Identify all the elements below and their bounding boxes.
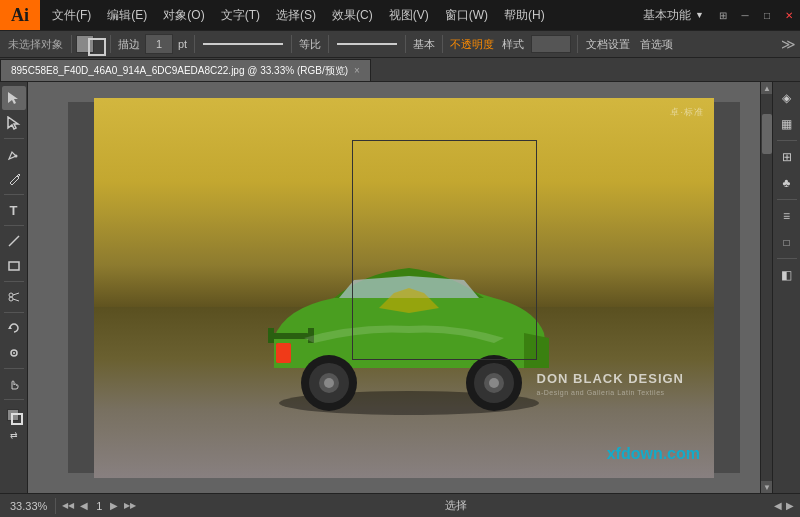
status-bar: 33.33% ◀◀ ◀ 1 ▶ ▶▶ 选择 ◀ ▶ xyxy=(0,493,800,517)
transform-icon[interactable]: ⊞ xyxy=(775,145,799,169)
toolbar-sep-1 xyxy=(71,35,72,53)
toolbar-options-icon[interactable]: ≫ xyxy=(781,36,796,52)
pathfinder-icon[interactable]: ♣ xyxy=(775,171,799,195)
nav-first-btn[interactable]: ◀◀ xyxy=(60,501,76,510)
svg-line-3 xyxy=(9,236,19,246)
scroll-track[interactable] xyxy=(761,94,772,481)
rotate-tool[interactable] xyxy=(2,316,26,340)
tab-close-btn[interactable]: × xyxy=(354,65,360,76)
svg-line-8 xyxy=(13,299,19,301)
rect-tool[interactable] xyxy=(2,254,26,278)
layers-icon[interactable]: □ xyxy=(775,230,799,254)
svg-marker-1 xyxy=(8,117,18,129)
basic-func-label[interactable]: 基本功能 xyxy=(643,7,691,24)
no-selection-label: 未选择对象 xyxy=(4,33,67,55)
status-arrow-right[interactable]: ▶ xyxy=(786,500,794,511)
don-black-design-text: DON BLACK DESIGN a-Design and Galleria L… xyxy=(537,370,684,398)
grid-view-icon[interactable]: ⊞ xyxy=(713,5,733,25)
line-tool[interactable] xyxy=(2,229,26,253)
zoom-level: 33.33% xyxy=(6,500,51,512)
selection-tool[interactable] xyxy=(2,86,26,110)
doc-settings-btn[interactable]: 文档设置 xyxy=(582,33,634,55)
status-arrow-left[interactable]: ◀ xyxy=(774,500,782,511)
canvas-area[interactable]: DON BLACK DESIGN a-Design and Galleria L… xyxy=(28,82,760,493)
svg-line-7 xyxy=(13,293,19,295)
preferences-btn[interactable]: 首选项 xyxy=(636,33,677,55)
stroke-width-input[interactable] xyxy=(145,34,173,54)
tool-sep-6 xyxy=(4,368,24,369)
toolbar-sep-2 xyxy=(110,35,111,53)
toolbar-sep-5 xyxy=(328,35,329,53)
svg-marker-0 xyxy=(8,92,18,104)
pen-tool[interactable] xyxy=(2,142,26,166)
svg-point-6 xyxy=(9,297,13,301)
menu-window[interactable]: 窗口(W) xyxy=(437,0,496,30)
menu-object[interactable]: 对象(O) xyxy=(155,0,212,30)
page-number: 1 xyxy=(92,500,106,512)
restore-button[interactable]: □ xyxy=(757,5,777,25)
watermark-top-right: 卓·标准 xyxy=(670,106,704,119)
tool-sep-2 xyxy=(4,194,24,195)
menu-effect[interactable]: 效果(C) xyxy=(324,0,381,30)
direct-select-tool[interactable] xyxy=(2,111,26,135)
type-tool[interactable]: T xyxy=(2,198,26,222)
canvas-background: DON BLACK DESIGN a-Design and Galleria L… xyxy=(68,102,740,473)
svg-point-2 xyxy=(14,155,17,158)
chevron-down-icon[interactable]: ▼ xyxy=(695,10,704,20)
align-icon[interactable]: ◧ xyxy=(775,263,799,287)
main-area: T xyxy=(0,82,800,493)
tab-filename: 895C58E8_F40D_46A0_914A_6DC9AEDA8C22.jpg… xyxy=(11,64,348,78)
stroke-color-box[interactable] xyxy=(88,38,106,56)
close-button[interactable]: ✕ xyxy=(779,5,799,25)
menu-bar: 文件(F) 编辑(E) 对象(O) 文字(T) 选择(S) 效果(C) 视图(V… xyxy=(40,0,635,30)
tool-sep-4 xyxy=(4,281,24,282)
menu-help[interactable]: 帮助(H) xyxy=(496,0,553,30)
document-tab[interactable]: 895C58E8_F40D_46A0_914A_6DC9AEDA8C22.jpg… xyxy=(0,59,371,81)
svg-point-25 xyxy=(489,378,499,388)
page-navigation: ◀◀ ◀ 1 ▶ ▶▶ xyxy=(60,500,138,512)
nav-last-btn[interactable]: ▶▶ xyxy=(122,501,138,510)
svg-point-21 xyxy=(324,378,334,388)
car-scene: DON BLACK DESIGN a-Design and Galleria L… xyxy=(94,98,714,478)
swatches-icon[interactable]: ▦ xyxy=(775,112,799,136)
menu-select[interactable]: 选择(S) xyxy=(268,0,324,30)
rpanel-sep-1 xyxy=(777,140,797,141)
reflect-tool[interactable] xyxy=(2,341,26,365)
pencil-tool[interactable] xyxy=(2,167,26,191)
scissors-tool[interactable] xyxy=(2,285,26,309)
rpanel-sep-3 xyxy=(777,258,797,259)
menu-file[interactable]: 文件(F) xyxy=(44,0,99,30)
don-black-subtitle: a-Design and Galleria Latin Textiles xyxy=(537,388,684,398)
right-panel: ◈ ▦ ⊞ ♣ ≡ □ ◧ xyxy=(772,82,800,493)
menu-edit[interactable]: 编辑(E) xyxy=(99,0,155,30)
left-toolbar: T xyxy=(0,82,28,493)
color-swatch-area[interactable] xyxy=(3,405,25,427)
scroll-thumb[interactable] xyxy=(762,114,772,154)
stroke-style-line xyxy=(203,43,283,45)
color-wheel-icon[interactable]: ◈ xyxy=(775,86,799,110)
nav-prev-btn[interactable]: ◀ xyxy=(78,500,90,511)
svg-rect-16 xyxy=(268,328,274,343)
svg-point-11 xyxy=(13,352,15,354)
style-dropdown[interactable] xyxy=(531,35,571,53)
window-controls: ⊞ ─ □ ✕ xyxy=(712,0,800,30)
stroke-style-line2 xyxy=(337,43,397,45)
basic-func-area: 基本功能 ▼ xyxy=(635,7,712,24)
stroke-icon[interactable]: ≡ xyxy=(775,204,799,228)
menu-text[interactable]: 文字(T) xyxy=(213,0,268,30)
nav-next-btn[interactable]: ▶ xyxy=(108,500,120,511)
opacity-label[interactable]: 不透明度 xyxy=(447,37,497,52)
ratio-label: 等比 xyxy=(296,37,324,52)
tab-bar: 895C58E8_F40D_46A0_914A_6DC9AEDA8C22.jpg… xyxy=(0,58,800,82)
pt-label: pt xyxy=(175,38,190,50)
toolbar-sep-6 xyxy=(405,35,406,53)
hand-tool[interactable] xyxy=(2,372,26,396)
menu-view[interactable]: 视图(V) xyxy=(381,0,437,30)
tool-sep-1 xyxy=(4,138,24,139)
toolbar-sep-7 xyxy=(442,35,443,53)
swap-colors-icon[interactable]: ⇄ xyxy=(10,430,18,440)
vertical-scrollbar[interactable]: ▲ ▼ xyxy=(760,82,772,493)
ai-logo: Ai xyxy=(0,0,40,30)
minimize-button[interactable]: ─ xyxy=(735,5,755,25)
rpanel-sep-2 xyxy=(777,199,797,200)
